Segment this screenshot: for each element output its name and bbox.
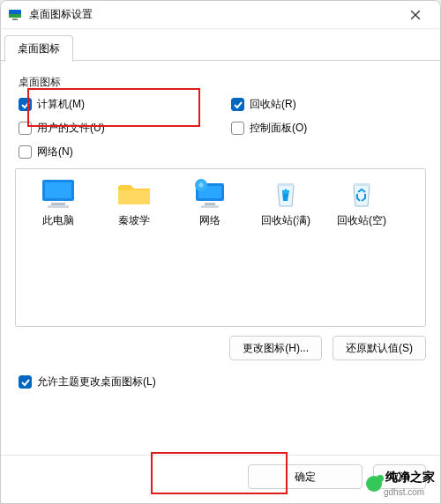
icon-label: 网络: [173, 213, 247, 228]
checkbox-label: 回收站(R): [250, 97, 296, 112]
ok-button[interactable]: 确定: [248, 464, 363, 489]
svg-rect-16: [354, 183, 370, 186]
checkbox-label: 用户的文件(U): [37, 121, 105, 136]
checkbox-label: 允许主题更改桌面图标(L): [37, 374, 156, 389]
restore-default-button[interactable]: 还原默认值(S): [333, 336, 426, 360]
icon-action-buttons: 更改图标(H)... 还原默认值(S): [15, 336, 426, 360]
svg-rect-9: [118, 190, 150, 204]
window-title: 桌面图标设置: [29, 7, 398, 22]
content-area: 桌面图标 计算机(M) 回收站(R) 用户的文件(U) 控制面板(O) 网络(N…: [1, 61, 440, 455]
tab-desktop-icons[interactable]: 桌面图标: [4, 35, 73, 62]
svg-rect-15: [278, 183, 294, 186]
checkbox-allow-theme-change[interactable]: 允许主题更改桌面图标(L): [19, 374, 426, 389]
close-button[interactable]: [398, 3, 433, 27]
icon-label: 此电脑: [21, 213, 95, 228]
checkbox-grid: 计算机(M) 回收站(R) 用户的文件(U) 控制面板(O) 网络(N): [15, 97, 426, 159]
svg-rect-7: [51, 203, 65, 205]
desktop-icon-settings-window: 桌面图标设置 桌面图标 桌面图标 计算机(M) 回收站(R): [0, 0, 441, 504]
checkbox-user-files[interactable]: 用户的文件(U): [19, 121, 213, 136]
icon-user-folder[interactable]: 秦坡学: [97, 178, 171, 228]
svg-rect-13: [205, 203, 215, 205]
icon-recycle-empty[interactable]: 回收站(空): [325, 178, 399, 228]
app-icon: [8, 8, 22, 22]
group-label: 桌面图标: [19, 75, 426, 90]
cancel-button[interactable]: 取消: [373, 464, 426, 489]
icon-this-pc[interactable]: 此电脑: [21, 178, 95, 228]
titlebar: 桌面图标设置: [1, 1, 440, 29]
change-icon-button[interactable]: 更改图标(H)...: [229, 336, 322, 360]
icon-recycle-full[interactable]: 回收站(满): [249, 178, 323, 228]
svg-rect-8: [48, 205, 69, 208]
svg-rect-6: [45, 182, 71, 198]
checkbox-recycle-bin[interactable]: 回收站(R): [231, 97, 426, 112]
svg-rect-2: [12, 19, 18, 20]
icon-label: 回收站(满): [249, 213, 323, 228]
checkbox-label: 控制面板(O): [250, 121, 307, 136]
checkbox-control-panel[interactable]: 控制面板(O): [231, 121, 426, 136]
icon-network[interactable]: 网络: [173, 178, 247, 228]
checkbox-network[interactable]: 网络(N): [19, 145, 213, 159]
svg-rect-14: [201, 205, 219, 208]
tabbar: 桌面图标: [1, 29, 440, 61]
checkbox-label: 计算机(M): [37, 97, 85, 112]
checkbox-computer[interactable]: 计算机(M): [19, 97, 213, 112]
icon-label: 秦坡学: [97, 213, 171, 228]
svg-rect-1: [9, 14, 21, 18]
checkbox-label: 网络(N): [37, 145, 73, 159]
icon-preview-pane: 此电脑 秦坡学: [15, 168, 426, 327]
dialog-buttons: 确定 取消: [1, 455, 440, 503]
icon-label: 回收站(空): [325, 213, 399, 228]
